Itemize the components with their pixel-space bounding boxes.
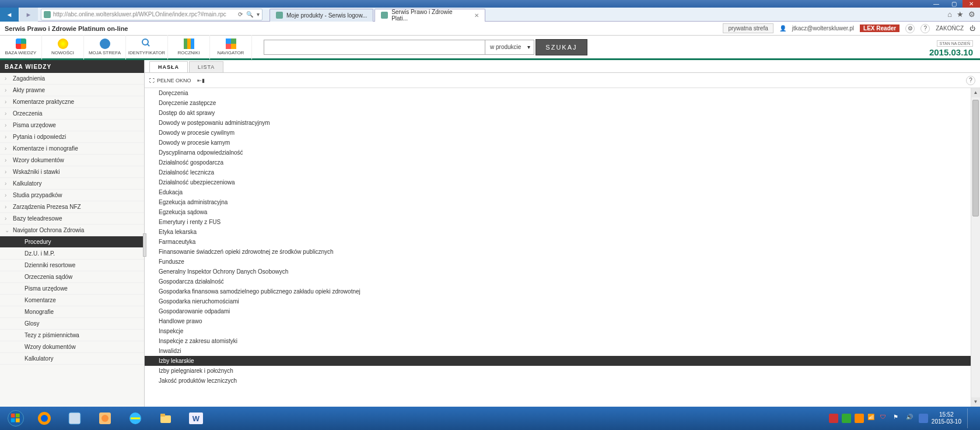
tool-baza-wiedzy[interactable]: BAZA WIEDZY (0, 35, 42, 60)
lex-reader-badge[interactable]: LEX Reader (860, 25, 900, 32)
tray-network-icon[interactable]: 📶 (867, 414, 877, 423)
logout-button[interactable]: ZAKOŃCZ (936, 25, 964, 32)
list-item[interactable]: Działalność ubezpieczeniowa (145, 177, 980, 187)
taskbar-outlook[interactable] (90, 408, 120, 428)
list-item[interactable]: Fundusze (145, 257, 980, 267)
sidebar-item[interactable]: Pytania i odpowiedzi (0, 131, 144, 143)
sidebar-item[interactable]: Studia przypadków (0, 190, 144, 201)
list-item[interactable]: Etyka lekarska (145, 227, 980, 237)
taskbar-word[interactable]: W (181, 408, 211, 428)
splitter-handle[interactable] (143, 233, 146, 257)
refresh-icon[interactable]: ⟳ (238, 11, 243, 18)
sidebar-item[interactable]: Orzeczenia (0, 108, 144, 120)
search-input[interactable] (264, 40, 485, 55)
list-item[interactable]: Gospodarka finansowa samodzielnego publi… (145, 286, 980, 296)
date-label[interactable]: STAN NA DZIEŃ (937, 40, 973, 47)
browser-tab[interactable]: Moje produkty - Serwis logow... (270, 9, 373, 22)
show-desktop-button[interactable] (967, 408, 973, 428)
tray-flag-icon[interactable]: ⚑ (893, 414, 902, 423)
list-item[interactable]: Doręczenia (145, 88, 980, 98)
sidebar-subitem[interactable]: Dzienniki resortowe (0, 260, 144, 271)
list-item[interactable]: Handlowe prawo (145, 316, 980, 326)
search-scope-dropdown[interactable]: w produkcie (485, 40, 534, 55)
search-button[interactable]: SZUKAJ (536, 39, 587, 55)
search-provider-icon[interactable]: 🔍 (246, 11, 253, 18)
sidebar-item[interactable]: Bazy teleadresowe (0, 213, 144, 225)
sidebar-subitem[interactable]: Komentarze (0, 295, 144, 306)
tray-icon[interactable] (919, 414, 928, 423)
tab-hasla[interactable]: HASŁA (149, 61, 188, 72)
sidebar-subitem[interactable]: Wzory dokumentów (0, 341, 144, 353)
sidebar-subitem[interactable]: Pisma urzędowe (0, 283, 144, 295)
taskbar-explorer[interactable] (151, 408, 180, 428)
sidebar-item[interactable]: Komentarze i monografie (0, 143, 144, 155)
sidebar-item[interactable]: Wskaźniki i stawki (0, 166, 144, 178)
list-item[interactable]: Działalność gospodarcza (145, 158, 980, 167)
tray-volume-icon[interactable]: 🔊 (906, 414, 915, 423)
start-button[interactable] (2, 408, 29, 429)
taskbar-clock[interactable]: 15:52 2015-03-10 (932, 411, 961, 425)
list-item[interactable]: Egzekucja sądowa (145, 207, 980, 217)
back-button[interactable]: ◄ (0, 8, 19, 22)
scrollbar-thumb[interactable] (972, 100, 979, 216)
sidebar-item[interactable]: Zarządzenia Prezesa NFZ (0, 201, 144, 213)
list-item[interactable]: Finansowanie świadczeń opieki zdrowotnej… (145, 247, 980, 257)
sidebar-subitem[interactable]: Tezy z piśmiennictwa (0, 330, 144, 341)
list-item[interactable]: Inwalidzi (145, 346, 980, 356)
taskbar-app[interactable] (60, 408, 89, 428)
tray-icon[interactable] (829, 414, 838, 423)
list-item[interactable]: Izby lekarskie (145, 356, 980, 366)
favorites-icon[interactable]: ★ (957, 10, 964, 19)
forward-button[interactable]: ► (19, 8, 38, 22)
list-item[interactable]: Emerytury i renty z FUS (145, 217, 980, 227)
list-item[interactable]: Dowody w procesie karnym (145, 138, 980, 148)
sidebar-item[interactable]: Pisma urzędowe (0, 120, 144, 131)
content-help-button[interactable]: ? (966, 76, 975, 85)
tool-moja-strefa[interactable]: MOJA STREFA (84, 35, 126, 60)
sidebar-item[interactable]: Wzory dokumentów (0, 155, 144, 166)
tray-icon[interactable] (855, 414, 864, 423)
home-icon[interactable]: ⌂ (947, 10, 952, 19)
sidebar-subitem[interactable]: Kalkulatory (0, 353, 144, 365)
tab-close-icon[interactable]: ✕ (474, 12, 479, 19)
sidebar-subitem[interactable]: Glosy (0, 318, 144, 330)
collapse-button[interactable]: ⇤▮ (197, 78, 205, 83)
tool-roczniki[interactable]: ROCZNIKI (168, 35, 210, 60)
power-icon[interactable]: ⏻ (970, 25, 975, 32)
list-item[interactable]: Jakość produktów leczniczych (145, 376, 980, 386)
sidebar-subitem[interactable]: Orzeczenia sądów (0, 271, 144, 283)
address-bar[interactable]: http://abc.online.wolterskluwer.pl/WKPLO… (41, 9, 262, 20)
minimize-button[interactable]: — (928, 0, 945, 8)
sidebar-item[interactable]: Komentarze praktyczne (0, 96, 144, 108)
tab-lista[interactable]: LISTA (189, 61, 223, 72)
scroll-down-arrow[interactable]: ▼ (971, 397, 980, 407)
sidebar-subitem[interactable]: Procedury (0, 236, 144, 248)
sidebar-subitem[interactable]: Monografie (0, 306, 144, 318)
settings-icon[interactable]: ⚙ (905, 24, 915, 33)
tray-shield-icon[interactable]: 🛡 (880, 414, 890, 423)
user-email[interactable]: jtkacz@wolterskluwer.pl (792, 25, 854, 32)
list-item[interactable]: Inspekcje (145, 326, 980, 336)
list-item[interactable]: Inspekcje z zakresu atomistyki (145, 336, 980, 346)
maximize-button[interactable]: ▢ (945, 0, 963, 8)
browser-tab-active[interactable]: Serwis Prawo i Zdrowie Plati... ✕ (374, 9, 485, 22)
sidebar-subitem[interactable]: Dz.U. i M.P. (0, 248, 144, 260)
taskbar-firefox[interactable] (30, 408, 59, 428)
taskbar-ie[interactable] (121, 408, 150, 428)
tool-identyfikator[interactable]: IDENTYFIKATOR (126, 35, 168, 60)
scroll-up-arrow[interactable]: ▲ (971, 88, 980, 97)
list-item[interactable]: Działalność lecznicza (145, 167, 980, 177)
list-item[interactable]: Dostęp do akt sprawy (145, 108, 980, 118)
sidebar-item[interactable]: Navigator Ochrona Zdrowia (0, 225, 144, 236)
vertical-scrollbar[interactable]: ▲ ▼ (971, 88, 980, 407)
close-button[interactable]: ✕ (963, 0, 980, 8)
list-item[interactable]: Farmaceutyka (145, 237, 980, 247)
fullwindow-button[interactable]: ⛶ PEŁNE OKNO (149, 78, 191, 83)
list-item[interactable]: Edukacja (145, 187, 980, 197)
tray-icon[interactable] (842, 414, 851, 423)
sidebar-item[interactable]: Akty prawne (0, 85, 144, 96)
list-item[interactable]: Gospodarcza działalność (145, 277, 980, 286)
tool-navigator[interactable]: NAVIGATOR (210, 35, 252, 60)
list-item[interactable]: Gospodarka nieruchomościami (145, 296, 980, 306)
list-item[interactable]: Doręczenie zastępcze (145, 98, 980, 108)
